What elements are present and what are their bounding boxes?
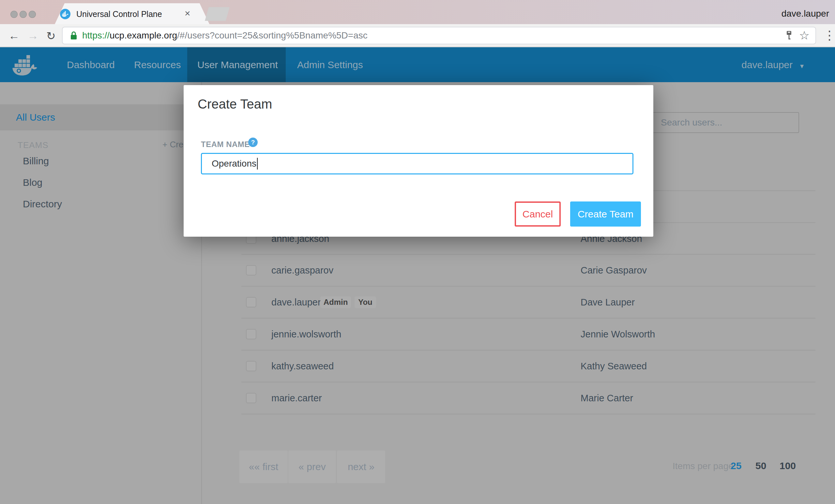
row-checkbox[interactable] — [246, 297, 257, 308]
items-per-page-100[interactable]: 100 — [779, 460, 796, 471]
pagination-first-button[interactable]: «« first — [239, 450, 288, 483]
screen: Universal Control Plane × dave.lauper ← … — [0, 0, 835, 504]
username-cell: kathy.seaweed — [271, 361, 334, 372]
password-key-icon[interactable] — [786, 30, 793, 40]
row-checkbox[interactable] — [246, 265, 257, 275]
tab-close-icon[interactable]: × — [185, 8, 190, 18]
username-cell: carie.gasparov — [271, 265, 333, 276]
sidebar-item-directory[interactable]: Directory — [23, 198, 62, 210]
text-cursor — [257, 158, 258, 169]
nav-item-resources[interactable]: Resources — [134, 59, 181, 70]
row-checkbox[interactable] — [246, 329, 257, 339]
bookmark-star-icon[interactable]: ☆ — [799, 30, 810, 41]
app-navbar — [0, 47, 835, 82]
fullname-cell: Marie Carter — [581, 393, 633, 404]
sidebar-teams-header: TEAMS — [18, 140, 48, 150]
cancel-button[interactable]: Cancel — [515, 202, 561, 227]
help-icon[interactable]: ? — [248, 138, 258, 147]
fullname-cell: Jennie Wolsworth — [581, 329, 655, 340]
username-cell: jennie.wolsworth — [271, 329, 341, 340]
items-per-page-25[interactable]: 25 — [731, 460, 741, 471]
browser-menu-icon[interactable]: ⋮ — [823, 28, 835, 42]
forward-icon[interactable]: → — [27, 29, 39, 42]
table-row-carie[interactable]: carie.gasparov Carie Gasparov — [241, 255, 815, 287]
back-icon[interactable]: ← — [8, 29, 20, 42]
admin-badge: Admin — [320, 296, 351, 308]
docker-logo-icon — [12, 51, 38, 81]
window-zoom-button[interactable] — [29, 11, 36, 18]
row-checkbox[interactable] — [246, 361, 257, 371]
nav-item-dashboard[interactable]: Dashboard — [67, 59, 115, 70]
window-close-button[interactable] — [11, 11, 18, 18]
new-tab-button[interactable] — [205, 7, 230, 21]
modal-title: Create Team — [198, 97, 272, 111]
username-cell: marie.carter — [271, 393, 322, 404]
url-host: ucp.example.org — [109, 30, 177, 40]
team-name-label: TEAM NAME — [201, 140, 250, 149]
reload-icon[interactable]: ↻ — [46, 29, 56, 42]
team-name-input[interactable]: Operations — [201, 153, 633, 174]
url-scheme: https:// — [82, 30, 109, 40]
chevron-down-icon[interactable]: ▾ — [800, 62, 804, 70]
sidebar-item-billing[interactable]: Billing — [23, 155, 49, 167]
browser-profile-name: dave.lauper — [781, 8, 829, 19]
url-path: /#/users?count=25&sorting%5Bname%5D=asc — [177, 30, 368, 40]
window-minimize-button[interactable] — [20, 11, 27, 18]
username-cell: dave.lauper — [271, 297, 321, 308]
nav-item-user-management[interactable]: User Management — [197, 59, 278, 70]
table-row-kathy[interactable]: kathy.seaweed Kathy Seaweed — [241, 351, 815, 382]
items-per-page-50[interactable]: 50 — [755, 460, 766, 471]
secure-lock-icon[interactable] — [70, 30, 78, 40]
items-per-page-label: Items per page — [673, 461, 734, 471]
url-bar[interactable]: https://ucp.example.org/#/users?count=25… — [62, 27, 816, 44]
you-badge: You — [354, 296, 376, 308]
team-name-value: Operations — [212, 159, 257, 169]
table-row-jennie[interactable]: jennie.wolsworth Jennie Wolsworth — [241, 318, 815, 351]
docker-favicon-icon — [60, 9, 70, 19]
nav-user-menu[interactable]: dave.lauper — [741, 59, 793, 70]
fullname-cell: Kathy Seaweed — [581, 361, 647, 372]
fullname-cell: Carie Gasparov — [581, 265, 647, 276]
row-checkbox[interactable] — [246, 393, 257, 403]
table-row-dave[interactable]: dave.lauper Admin You Dave Lauper — [241, 287, 815, 318]
table-row-marie[interactable]: marie.carter Marie Carter — [241, 382, 815, 414]
fullname-cell: Dave Lauper — [581, 297, 635, 308]
search-input[interactable] — [652, 112, 799, 133]
nav-item-admin-settings[interactable]: Admin Settings — [297, 59, 363, 70]
pagination-prev-button[interactable]: « prev — [288, 450, 336, 483]
tab-title: Universal Control Plane — [76, 9, 162, 19]
create-team-modal: Create Team TEAM NAME ? Operations Cance… — [184, 85, 653, 237]
sidebar-item-blog[interactable]: Blog — [23, 177, 42, 188]
sidebar-all-users-label[interactable]: All Users — [16, 112, 55, 123]
pagination-next-button[interactable]: next » — [337, 450, 385, 483]
create-team-button[interactable]: Create Team — [570, 202, 641, 227]
